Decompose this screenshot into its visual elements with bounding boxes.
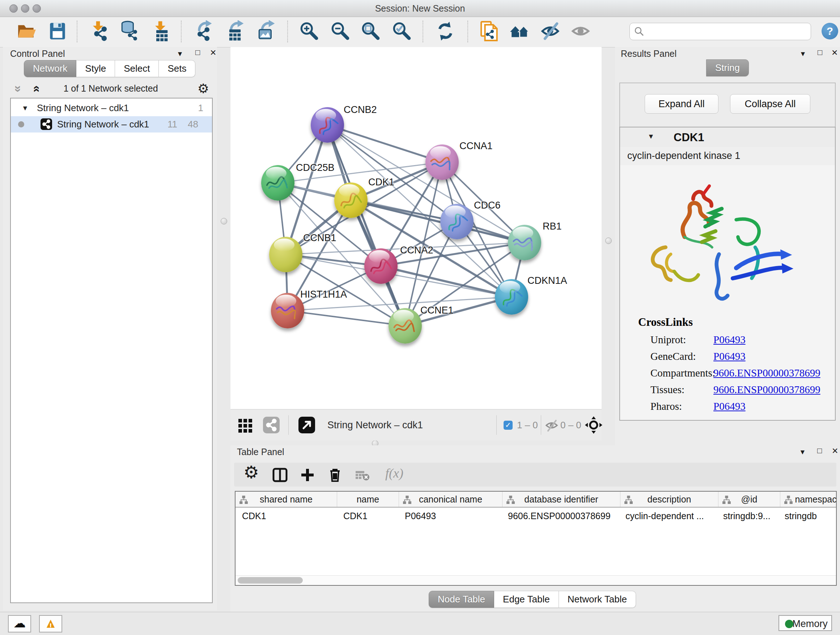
zoom-in-icon[interactable] [299,20,320,42]
tab-network-table[interactable]: Network Table [559,591,636,608]
crosslink-row: Uniprot: P06493 [620,334,835,350]
zoom-out-icon[interactable] [330,20,351,42]
float-panel-icon[interactable]: □ [818,48,822,57]
table-cell[interactable]: stringdb [778,508,837,524]
column-header-database-identifier[interactable]: database identifier [502,492,621,507]
network-node-ccnb2[interactable] [311,107,344,143]
tab-select[interactable]: Select [115,60,159,77]
fit-content-icon[interactable] [360,20,381,42]
hidden-eye-icon[interactable] [545,418,559,432]
entry-header[interactable]: ▼ CDK1 [620,127,835,147]
collapse-all-button[interactable]: Collapse All [730,94,810,114]
gear-icon[interactable]: ⚙ [243,462,259,482]
network-node-cdk1[interactable] [334,182,368,218]
export-image-icon[interactable] [256,20,277,42]
import-network-icon[interactable] [88,20,109,42]
selected-checkbox[interactable]: ✓ [504,421,513,430]
delete-column-icon[interactable] [327,467,343,483]
table-cell[interactable]: CDK1 [235,508,337,524]
columns-icon[interactable] [272,467,288,483]
network-node-hist1h1a[interactable] [271,293,304,328]
column-header-namespace[interactable]: namespace [780,492,837,507]
warning-button[interactable]: ▲ ! [39,615,62,632]
fx-icon[interactable]: f(x) [385,466,403,481]
network-node-cdc25b[interactable] [261,165,294,201]
tab-style[interactable]: Style [76,60,115,77]
column-header-description[interactable]: description [621,492,718,507]
add-column-icon[interactable] [299,467,316,483]
network-node-cdkn1a[interactable] [495,279,528,315]
table-cell[interactable]: stringdb:9... [717,508,778,524]
collapse-all-icon[interactable]: » [11,86,26,92]
network-node-rb1[interactable] [508,225,541,260]
expand-all-icon[interactable]: » [28,86,42,92]
memory-button[interactable]: Memory [778,615,832,631]
share-view-icon[interactable] [262,416,280,434]
table-cell[interactable]: P06493 [398,508,501,524]
network-node-ccna1[interactable] [425,144,459,180]
network-node-cdc6[interactable] [440,204,474,239]
hscrollbar-thumb[interactable] [238,577,303,584]
close-panel-icon[interactable]: ✕ [210,48,216,57]
houses-icon[interactable] [509,20,531,42]
crosshair-icon[interactable] [584,416,603,434]
cloud-button[interactable]: ☁ [8,615,31,632]
panel-menu-icon[interactable]: ▼ [177,49,183,59]
table-hscrollbar[interactable] [235,575,836,585]
table-cell[interactable]: 9606.ENSP00000378699 [501,508,619,524]
save-session-icon[interactable] [47,20,68,42]
crosslink-link[interactable]: P06493 [714,350,745,363]
delete-table-icon[interactable] [354,467,371,483]
tab-node-table[interactable]: Node Table [429,591,494,608]
refresh-layout-icon[interactable] [435,20,456,42]
close-panel-icon[interactable]: ✕ [831,48,838,57]
table-cell[interactable]: CDK1 [337,508,398,524]
float-panel-icon[interactable]: □ [195,48,200,57]
tab-sets[interactable]: Sets [159,60,195,77]
panel-menu-icon[interactable]: ▼ [799,49,806,59]
column-header--id[interactable]: @id [718,492,780,507]
help-button[interactable]: ? [821,23,838,40]
column-header-canonical-name[interactable]: canonical name [399,492,502,507]
stringapp-icon[interactable] [479,20,500,42]
node-label-ccne1: CCNE1 [420,305,454,316]
close-panel-icon[interactable]: ✕ [832,447,838,456]
tree-expander-icon[interactable]: ▼ [22,100,28,116]
network-node-ccne1[interactable] [388,308,422,344]
crosslink-link[interactable]: 9606.ENSP00000378699 [714,384,821,396]
crosslink-link[interactable]: P06493 [714,401,745,412]
grid-view-icon[interactable] [237,416,255,434]
network-collection-row[interactable]: ▼ String Network – cdk1 1 [11,100,212,116]
network-node-ccnb1[interactable] [269,237,302,272]
tab-edge-table[interactable]: Edge Table [494,591,559,608]
search-input[interactable] [647,25,808,38]
table-cell[interactable]: cyclin-dependent ... [619,508,717,524]
panel-menu-icon[interactable]: ▼ [799,448,806,457]
entry-expander-icon[interactable]: ▼ [647,133,654,141]
expand-all-button[interactable]: Expand All [645,94,718,114]
right-splitter-handle[interactable] [605,238,612,244]
open-session-icon[interactable] [16,20,37,42]
network-row[interactable]: String Network – cdk1 11 48 [11,116,212,133]
crosslink-link[interactable]: 9606.ENSP00000378699 [714,367,821,379]
left-splitter-handle[interactable] [221,218,227,225]
export-table-icon[interactable] [225,20,246,42]
eye-slash-icon[interactable] [540,20,561,42]
column-header-shared-name[interactable]: shared name [235,492,337,507]
import-database-icon[interactable] [119,20,141,42]
crosslink-link[interactable]: P06493 [714,334,745,346]
edge-count: 48 [188,116,198,133]
gear-icon[interactable]: ⚙ [197,81,209,96]
column-header-name[interactable]: name [337,492,399,507]
zoom-selected-icon[interactable] [392,20,412,42]
tab-string[interactable]: String [706,59,749,76]
network-canvas[interactable]: CCNB2 CCNA1 CDC25B CDK1 CDC6 RB1CCNB1 CC… [231,47,602,409]
table-row[interactable]: CDK1CDK1P064939606.ENSP00000378699cyclin… [235,508,837,524]
birdseye-view-icon[interactable] [298,416,316,434]
network-node-ccna2[interactable] [364,249,398,284]
export-network-icon[interactable] [193,20,214,42]
tab-network[interactable]: Network [24,60,76,77]
import-table-icon[interactable] [150,20,172,42]
float-panel-icon[interactable]: □ [817,446,822,455]
eye-icon[interactable] [571,20,592,42]
